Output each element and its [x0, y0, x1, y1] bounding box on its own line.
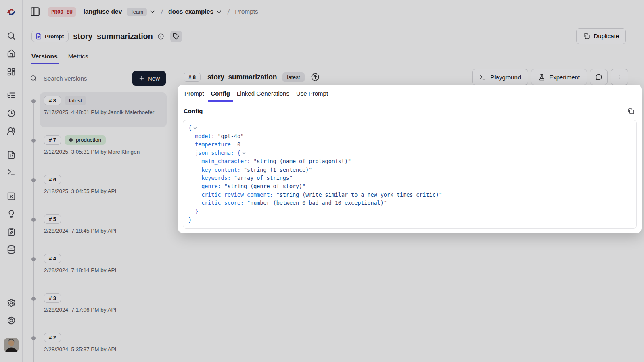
- config-code-line: }: [188, 208, 631, 216]
- app-root: PROD-EU langfuse-dev Team / docs-example…: [0, 0, 644, 362]
- active-tab-underline: [208, 100, 232, 102]
- detail-tab-prompt[interactable]: Prompt: [184, 85, 204, 102]
- detail-tab-label: Config: [211, 90, 230, 97]
- config-code-line: }: [188, 216, 631, 225]
- config-code-line: critic_review_comment: "string (write si…: [188, 191, 631, 200]
- config-code-line: json_schema: {: [188, 149, 631, 158]
- config-json-viewer: { model: "gpt-4o" temperature: 0 json_sc…: [183, 120, 637, 229]
- collapse-chevron-icon[interactable]: [240, 149, 246, 158]
- config-code-line: model: "gpt-4o": [188, 133, 631, 141]
- config-code-line: key_content: "string (1 sentence)": [188, 166, 631, 175]
- config-section-header: Config: [178, 102, 642, 120]
- detail-tab-label: Linked Generations: [237, 90, 289, 97]
- detail-tab-use-prompt[interactable]: Use Prompt: [296, 85, 328, 102]
- config-code-line: {: [188, 124, 631, 133]
- detail-tab-label: Prompt: [184, 90, 204, 97]
- config-code-line: temperature: 0: [188, 141, 631, 149]
- detail-tab-label: Use Prompt: [296, 90, 328, 97]
- config-code-line: main_character: "string (name of protago…: [188, 158, 631, 166]
- config-code-line: genre: "string (genre of story)": [188, 183, 631, 191]
- version-detail-card: PromptConfigLinked GenerationsUse Prompt…: [178, 85, 642, 233]
- detail-tabs: PromptConfigLinked GenerationsUse Prompt: [178, 85, 642, 102]
- config-section-title: Config: [184, 108, 203, 114]
- config-code-line: keywords: "array of strings": [188, 174, 631, 183]
- collapse-chevron-icon[interactable]: [192, 124, 197, 133]
- detail-tab-config[interactable]: Config: [211, 85, 230, 102]
- copy-config-icon[interactable]: [625, 106, 636, 116]
- config-code-line: critic_score: "number (between 0 bad and…: [188, 199, 631, 208]
- detail-tab-linked-generations[interactable]: Linked Generations: [237, 85, 289, 102]
